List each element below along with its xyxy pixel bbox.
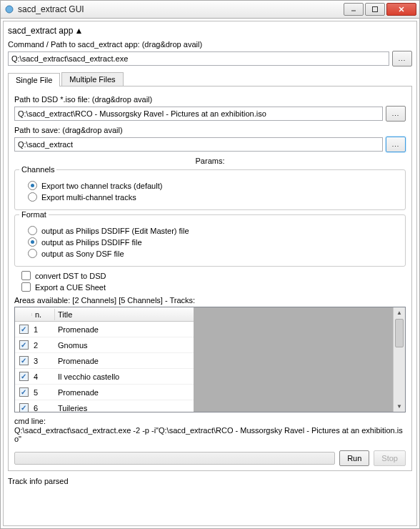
track-number: 1 — [32, 325, 55, 334]
command-label: Command / Path to sacd_extract app: (dra… — [8, 40, 412, 49]
col-n[interactable]: n. — [32, 309, 55, 320]
channels-group-label: Channels — [19, 165, 56, 174]
cmdline-label: cmd line: — [14, 417, 406, 425]
run-button[interactable]: Run — [339, 450, 369, 466]
track-checkbox[interactable]: ✓ — [19, 387, 29, 397]
params-title: Params: — [14, 157, 406, 165]
cmdline-value: Q:\sacd_extract\sacd_extract.exe -2 -p -… — [14, 426, 406, 443]
close-button[interactable] — [386, 3, 416, 16]
track-title: Promenade — [55, 357, 194, 365]
tab-bar: Single File Multiple Files — [8, 72, 412, 86]
window-title: sacd_extract GUI — [18, 4, 344, 14]
table-row[interactable]: ✓4Il vecchio castello — [15, 369, 194, 385]
app-icon — [4, 4, 15, 15]
check-convert-dst[interactable]: convert DST to DSD — [21, 271, 406, 280]
track-title: Promenade — [55, 388, 194, 397]
col-title[interactable]: Title — [55, 309, 194, 320]
track-number: 5 — [32, 388, 55, 397]
iso-path-input[interactable] — [14, 107, 383, 121]
save-path-input[interactable] — [14, 137, 383, 152]
iso-browse-button[interactable]: ... — [386, 106, 406, 122]
track-title: Gnomus — [55, 341, 194, 350]
track-list: n. Title ✓1Promenade✓2Gnomus✓3Promenade✓… — [14, 307, 406, 412]
stop-button: Stop — [374, 450, 406, 466]
scroll-thumb[interactable] — [395, 319, 404, 347]
iso-path-label: Path to DSD *.iso file: (drag&drop avail… — [14, 95, 406, 104]
svg-point-0 — [6, 6, 13, 13]
track-list-header: n. Title — [15, 307, 194, 322]
maximize-button[interactable] — [365, 3, 385, 16]
track-number: 6 — [32, 404, 55, 412]
table-row[interactable]: ✓5Promenade — [15, 385, 194, 400]
track-title: Tuileries — [55, 404, 194, 412]
scroll-up-icon[interactable]: ▲ — [394, 307, 405, 318]
radio-two-channel[interactable]: Export two channel tracks (default) — [28, 181, 399, 190]
track-checkbox[interactable]: ✓ — [19, 325, 29, 334]
track-title: Promenade — [55, 325, 194, 334]
save-path-label: Path to save: (drag&drop avail) — [14, 126, 406, 134]
radio-multi-channel[interactable]: Export multi-channel tracks — [28, 192, 399, 202]
table-row[interactable]: ✓3Promenade — [15, 353, 194, 369]
radio-dsdiff-edit[interactable]: output as Philips DSDIFF (Edit Master) f… — [28, 226, 399, 235]
track-number: 2 — [32, 341, 55, 350]
minimize-button[interactable] — [344, 3, 364, 16]
scroll-down-icon[interactable]: ▼ — [394, 401, 405, 412]
track-checkbox[interactable]: ✓ — [19, 356, 29, 365]
track-checkbox[interactable]: ✓ — [19, 372, 29, 381]
status-bar: Track info parsed — [8, 475, 412, 485]
radio-dsf[interactable]: output as Sony DSF file — [28, 249, 399, 258]
command-browse-button[interactable]: ... — [392, 51, 412, 66]
table-row[interactable]: ✓1Promenade — [15, 322, 194, 337]
command-path-input[interactable] — [8, 51, 389, 66]
track-number: 3 — [32, 357, 55, 365]
track-scrollbar[interactable]: ▲ ▼ — [393, 307, 405, 412]
titlebar[interactable]: sacd_extract GUI — [0, 0, 420, 19]
tab-single-file[interactable]: Single File — [8, 73, 60, 86]
channels-group: Channels Export two channel tracks (defa… — [14, 169, 406, 210]
svg-rect-2 — [373, 7, 378, 12]
table-row[interactable]: ✓6Tuileries — [15, 400, 194, 412]
save-browse-button[interactable]: ... — [386, 137, 406, 152]
track-checkbox[interactable]: ✓ — [19, 403, 29, 412]
track-title: Il vecchio castello — [55, 372, 194, 381]
check-export-cue[interactable]: Export a CUE Sheet — [21, 282, 406, 292]
app-section-label: sacd_extract app▲ — [8, 26, 412, 36]
progress-bar — [14, 452, 335, 465]
track-number: 4 — [32, 372, 55, 381]
track-checkbox[interactable]: ✓ — [19, 340, 29, 350]
triangle-up-icon: ▲ — [74, 26, 83, 36]
format-group: Format output as Philips DSDIFF (Edit Ma… — [14, 214, 406, 267]
table-row[interactable]: ✓2Gnomus — [15, 337, 194, 353]
areas-label: Areas available: [2 Channels] [5 Channel… — [14, 296, 406, 305]
radio-dsdiff[interactable]: output as Philips DSDIFF file — [28, 237, 399, 247]
format-group-label: Format — [19, 210, 49, 219]
tab-multiple-files[interactable]: Multiple Files — [61, 72, 123, 86]
